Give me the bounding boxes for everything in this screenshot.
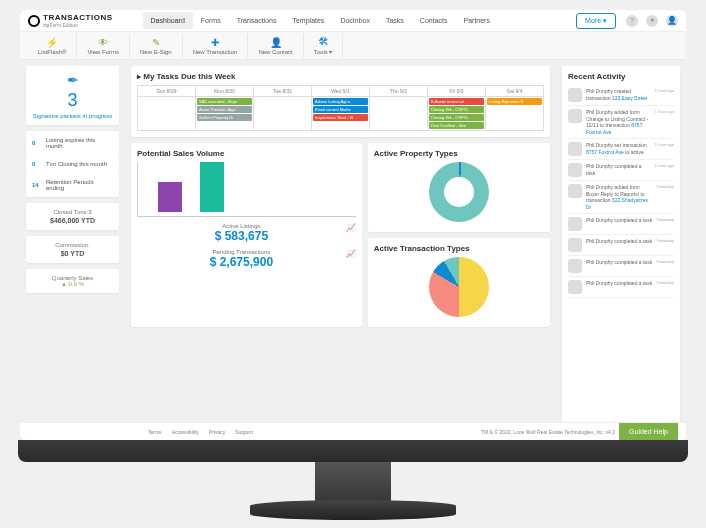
brand-name: TRANSACTIONS (43, 13, 113, 22)
stat-text: Listing expires this month (46, 137, 113, 149)
quarterly-sales-card: Quarterly Sales ▲ 0.0 % (26, 269, 119, 293)
activity-text: Phil Dunphy added form Change to Listing… (586, 109, 651, 135)
nav-transactions[interactable]: Transactions (229, 12, 285, 29)
activity-time: Yesterday (656, 280, 674, 294)
activity-time: 1 hour ago (655, 142, 674, 156)
activity-link[interactable]: 8757 Foxtrot Ave (586, 122, 642, 135)
signature-count: 3 (32, 90, 113, 111)
stat-card[interactable]: 14Retention Periods ending (26, 173, 119, 197)
commission-value: $0 YTD (32, 250, 113, 257)
task-event[interactable]: E-Assist review wit (429, 98, 484, 105)
activity-time: 1 hour ago (655, 163, 674, 177)
activity-time: 1 hour ago (655, 109, 674, 135)
activity-link[interactable]: 123 Easy Street (612, 95, 648, 101)
toolbar-listflash-[interactable]: ⚡ListFlash® (28, 34, 77, 58)
activity-panel: Recent Activity Phil Dunphy created tran… (562, 66, 680, 434)
activity-text: Phil Dunphy completed a task (586, 163, 651, 177)
footer-link-terms[interactable]: Terms (148, 429, 162, 435)
psv-title: Potential Sales Volume (137, 149, 356, 158)
nav-contacts[interactable]: Contacts (412, 12, 456, 29)
activity-text: Phil Dunphy completed a task (586, 259, 652, 273)
toolbar-new-e-sign[interactable]: ✎New E-Sign (130, 34, 183, 58)
task-event[interactable]: Advise Listing Agt o (313, 98, 368, 105)
primary-nav: DashboardFormsTransactionsTemplatesDocIn… (143, 12, 577, 29)
more-menu[interactable]: More ▾ (576, 13, 616, 29)
stat-text: Retention Periods ending (46, 179, 113, 191)
activity-item: Phil Dunphy completed a taskYesterday (568, 214, 674, 235)
nav-docinbox[interactable]: DocInbox (332, 12, 378, 29)
activity-link[interactable]: 8757 Foxtrot Ave (586, 149, 624, 155)
top-header: TRANSACTIONS zipForm Edition DashboardFo… (20, 10, 686, 32)
avatar (568, 280, 582, 294)
quarterly-pct: ▲ 0.0 % (32, 281, 113, 287)
activity-time: Yesterday (656, 217, 674, 231)
task-event[interactable]: Deal Certified - Nee (429, 122, 484, 129)
listflash--icon: ⚡ (46, 37, 58, 48)
toolbar-view-forms[interactable]: 👁View Forms (77, 34, 130, 58)
toolbar-new-contact[interactable]: 👤New Contact (248, 34, 303, 58)
view-forms-icon: 👁 (98, 37, 108, 48)
activity-time: Yesterday (656, 259, 674, 273)
logo-icon (28, 15, 40, 27)
stat-card[interactable]: 0Listing expires this month (26, 131, 119, 155)
activity-text: Phil Dunphy completed a task (586, 280, 652, 294)
footer-link-support[interactable]: Support (235, 429, 253, 435)
activity-item: Phil Dunphy added form Buyer Reply to Re… (568, 181, 674, 214)
stat-number: 14 (32, 182, 42, 188)
toolbar-new-transaction[interactable]: ✚New Transaction (183, 34, 249, 58)
guided-help-button[interactable]: Guided Help (619, 423, 678, 440)
spark-icon[interactable]: 📈 (346, 223, 356, 232)
activity-time: 1 hour ago (655, 88, 674, 102)
transaction-types-panel: Active Transaction Types (368, 238, 550, 327)
avatar (568, 217, 582, 231)
day-column: Mon 8/30SAC executed - BuyeAsset Themati… (196, 86, 254, 130)
task-event[interactable]: Listing Expiration D (487, 98, 542, 105)
activity-item: Phil Dunphy completed a taskYesterday (568, 256, 674, 277)
nav-partners[interactable]: Partners (455, 12, 497, 29)
att-title: Active Transaction Types (374, 244, 544, 253)
activity-link[interactable]: 322 Shadyacres Dr (586, 197, 648, 210)
day-header: Tue 8/31 (254, 86, 311, 97)
nav-templates[interactable]: Templates (284, 12, 332, 29)
day-column: Wed 9/1Advise Listing Agt oEmail current… (312, 86, 370, 130)
activity-item: Phil Dunphy completed a task1 hour ago (568, 160, 674, 181)
task-event[interactable]: Closing Gift - COFCL (429, 114, 484, 121)
brand-edition: zipForm Edition (43, 22, 113, 28)
new-transaction-icon: ✚ (211, 37, 219, 48)
task-event[interactable]: Asset Thematic Appr (197, 106, 252, 113)
nav-tasks[interactable]: Tasks (378, 12, 412, 29)
closed-label: Closed Txns:3 (32, 209, 113, 215)
bar-active (158, 182, 182, 212)
donut-chart (429, 162, 489, 222)
day-header: Thu 9/2 (370, 86, 427, 97)
notification-icon[interactable]: ✦ (646, 15, 658, 27)
help-icon[interactable]: ? (626, 15, 638, 27)
task-event[interactable]: SAC executed - Buye (197, 98, 252, 105)
activity-item: Phil Dunphy completed a taskYesterday (568, 235, 674, 256)
nav-forms[interactable]: Forms (193, 12, 229, 29)
nav-dashboard[interactable]: Dashboard (143, 12, 193, 29)
footer-link-privacy[interactable]: Privacy (209, 429, 225, 435)
signature-card[interactable]: ✒ 3 Signature packets in progress (26, 66, 119, 125)
closed-txns-card: Closed Txns:3 $466,000 YTD (26, 203, 119, 230)
spark-icon[interactable]: 📈 (346, 249, 356, 258)
activity-column: Recent Activity Phil Dunphy created tran… (556, 60, 686, 440)
footer-link-accessibility[interactable]: Accessibility (172, 429, 199, 435)
new-contact-icon: 👤 (270, 37, 282, 48)
avatar-icon[interactable]: 👤 (666, 15, 678, 27)
toolbar-tools-[interactable]: 🛠Tools ▾ (304, 33, 344, 58)
activity-text: Phil Dunphy created transaction 123 Easy… (586, 88, 651, 102)
task-event[interactable]: Email current Marke (313, 106, 368, 113)
task-event[interactable]: Inspections: Roof - W (313, 114, 368, 121)
activity-text: Phil Dunphy completed a task (586, 238, 652, 252)
task-event[interactable]: Seller's Property Di (197, 114, 252, 121)
apt-title: Active Property Types (374, 149, 544, 158)
day-header: Mon 8/30 (196, 86, 253, 97)
activity-text: Phil Dunphy completed a task (586, 217, 652, 231)
new-e-sign-icon: ✎ (152, 37, 160, 48)
avatar (568, 109, 582, 123)
avatar (568, 238, 582, 252)
task-event[interactable]: Closing Gift - COFCL (429, 106, 484, 113)
stat-card[interactable]: 0Txn Closing this month (26, 155, 119, 173)
bar-chart (137, 162, 356, 217)
